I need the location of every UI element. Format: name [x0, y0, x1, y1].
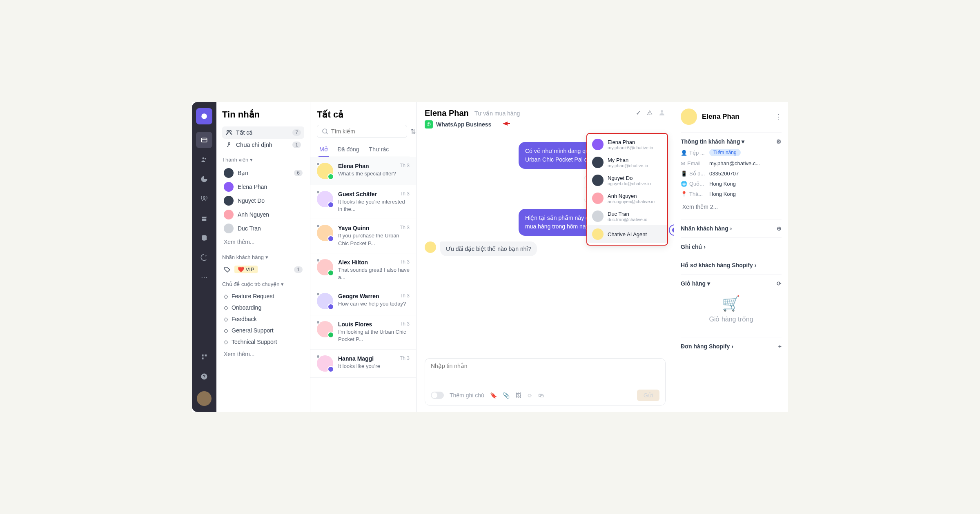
- assignee-option[interactable]: Nguyet Donguyet.do@chative.io: [587, 171, 667, 189]
- add-icon[interactable]: +: [778, 343, 782, 350]
- nav-rail: ⋯ ?: [192, 102, 216, 412]
- avatar: [317, 163, 333, 179]
- nav-help-icon[interactable]: ?: [196, 368, 212, 385]
- assignee-option[interactable]: Elena Phanmy.phan+6@chative.io: [587, 135, 667, 153]
- assign-icon[interactable]: [658, 109, 666, 118]
- search-input[interactable]: [317, 125, 407, 138]
- svg-point-4: [203, 197, 205, 199]
- tags-header[interactable]: Nhãn khách hàng ▾: [222, 254, 304, 260]
- chat-subtitle: Tư vấn mua hàng: [474, 110, 520, 117]
- member-item[interactable]: Bạn6: [222, 166, 304, 180]
- section-orders[interactable]: Đơn hàng Shopify ›+: [681, 343, 782, 350]
- tab-open[interactable]: Mở: [318, 143, 329, 157]
- bookmark-icon: ◇: [224, 327, 228, 334]
- svg-rect-6: [202, 354, 204, 357]
- settings-icon[interactable]: ⚙: [776, 138, 782, 145]
- chevron-right-icon: ›: [730, 225, 732, 232]
- assignee-option[interactable]: Duc Tranduc.tran@chative.io: [587, 207, 667, 225]
- conversation-item[interactable]: Yaya QuinnIf you purchase the Urban Chic…: [310, 219, 416, 253]
- members-header[interactable]: Thành viên ▾: [222, 157, 304, 163]
- more-menu-icon[interactable]: ⋮: [775, 113, 782, 121]
- attachment-icon[interactable]: 📎: [503, 392, 510, 399]
- avatar: [317, 321, 333, 337]
- section-notes[interactable]: Ghi chú ›: [681, 244, 782, 250]
- emoji-icon[interactable]: ☺: [527, 392, 532, 399]
- svg-point-12: [229, 131, 232, 133]
- topic-item[interactable]: ◇Feature Request: [222, 290, 304, 302]
- warning-icon[interactable]: ⚠: [647, 109, 653, 118]
- customer-name: Elena Phan: [702, 113, 770, 121]
- tag-vip[interactable]: ❤️ VIP 1: [222, 264, 304, 275]
- svg-point-2: [203, 157, 205, 160]
- member-item[interactable]: Nguyet Do: [222, 194, 304, 208]
- member-item[interactable]: Duc Tran: [222, 222, 304, 235]
- nav-live-icon[interactable]: [196, 191, 212, 207]
- nav-more-icon[interactable]: ⋯: [196, 269, 212, 285]
- phone-icon: 📱 Số đ...: [681, 171, 706, 177]
- nav-contacts-icon[interactable]: [196, 151, 212, 168]
- conversation-item[interactable]: Geogre WarrenHow can we help you today?T…: [310, 287, 416, 315]
- conversation-item[interactable]: Alex HiltonThat sounds great! I also hav…: [310, 253, 416, 287]
- nav-automation-icon[interactable]: [196, 249, 212, 266]
- members-more[interactable]: Xem thêm...: [222, 235, 304, 248]
- topic-item[interactable]: ◇Technical Support: [222, 336, 304, 348]
- topics-header[interactable]: Chủ đề cuộc trò chuyện ▾: [222, 281, 304, 287]
- nav-inbox-icon[interactable]: [196, 132, 212, 148]
- avatar: [224, 196, 234, 206]
- topic-item[interactable]: ◇Feedback: [222, 313, 304, 325]
- shop-icon[interactable]: 🛍: [538, 392, 544, 399]
- add-icon[interactable]: ⊕: [777, 225, 782, 232]
- section-shopify-profile[interactable]: Hồ sơ khách hàng Shopify ›: [681, 262, 782, 268]
- conversation-item[interactable]: Hanna MaggiIt looks like you'reTh 3: [310, 350, 416, 378]
- conversation-item[interactable]: Elena PhanWhat's the special offer?Th 3: [310, 157, 416, 185]
- user-avatar[interactable]: [197, 391, 212, 406]
- refresh-icon[interactable]: ⟳: [777, 280, 782, 287]
- message-input[interactable]: [431, 363, 659, 376]
- image-icon[interactable]: 🖼: [515, 392, 521, 399]
- nav-analytics-icon[interactable]: [196, 171, 212, 187]
- filter-unassigned[interactable]: Chưa chỉ định 1: [222, 139, 304, 151]
- bookmark-icon[interactable]: 🔖: [490, 392, 497, 399]
- nav-store-icon[interactable]: [196, 210, 212, 226]
- send-button[interactable]: Gửi: [637, 390, 659, 401]
- svg-point-11: [227, 131, 229, 133]
- svg-text:?: ?: [203, 374, 205, 379]
- avatar: [224, 224, 234, 233]
- assignee-option[interactable]: Anh Nguyenanh.nguyen@chative.io: [587, 189, 667, 207]
- tab-closed[interactable]: Đã đóng: [337, 143, 360, 157]
- topics-more[interactable]: Xem thêm...: [222, 348, 304, 361]
- info-see-more[interactable]: Xem thêm 2...: [681, 200, 782, 213]
- logo-icon[interactable]: [196, 108, 212, 124]
- chevron-right-icon: ›: [755, 262, 757, 268]
- svg-point-15: [661, 110, 663, 113]
- member-item[interactable]: Anh Nguyen: [222, 208, 304, 222]
- member-item[interactable]: Elena Phan: [222, 180, 304, 194]
- conversation-item[interactable]: Louis FloresI'm looking at the Urban Chi…: [310, 315, 416, 349]
- annotation-arrow-icon: [503, 121, 510, 128]
- nav-apps-icon[interactable]: [196, 349, 212, 365]
- filter-all[interactable]: Tất cả 7: [222, 126, 304, 139]
- tab-spam[interactable]: Thư rác: [368, 143, 390, 157]
- nav-data-icon[interactable]: [196, 230, 212, 246]
- note-toggle[interactable]: [431, 392, 444, 399]
- avatar: [317, 293, 333, 309]
- inbox-sidebar: Tin nhắn Tất cả 7 Chưa chỉ định 1 Thành …: [216, 102, 310, 412]
- chevron-down-icon: ▾: [707, 280, 710, 287]
- assignee-option[interactable]: My Phanmy.phan@chative.io: [587, 153, 667, 171]
- assignee-option[interactable]: Chative AI Agent: [587, 225, 667, 243]
- svg-point-13: [228, 143, 230, 145]
- sort-button[interactable]: ⇅: [410, 125, 416, 138]
- section-tags[interactable]: Nhãn khách hàng ›⊕: [681, 225, 782, 232]
- bookmark-icon: ◇: [224, 293, 228, 299]
- topic-item[interactable]: ◇Onboarding: [222, 302, 304, 313]
- svg-marker-17: [503, 122, 508, 126]
- section-customer-info[interactable]: Thông tin khách hàng▾ ⚙: [681, 138, 782, 145]
- topic-item[interactable]: ◇General Support: [222, 325, 304, 336]
- conversation-list: Tất cả ⇅ Mở Đã đóng Thư rác Elena PhanWh…: [310, 102, 416, 412]
- conversation-item[interactable]: Guest SchäferIt looks like you're intere…: [310, 185, 416, 219]
- section-cart[interactable]: Giỏ hàng ▾⟳: [681, 280, 782, 287]
- avatar: [224, 210, 234, 219]
- resolve-icon[interactable]: ✓: [636, 109, 641, 118]
- customer-avatar: [681, 109, 697, 125]
- tag-icon: [224, 266, 231, 273]
